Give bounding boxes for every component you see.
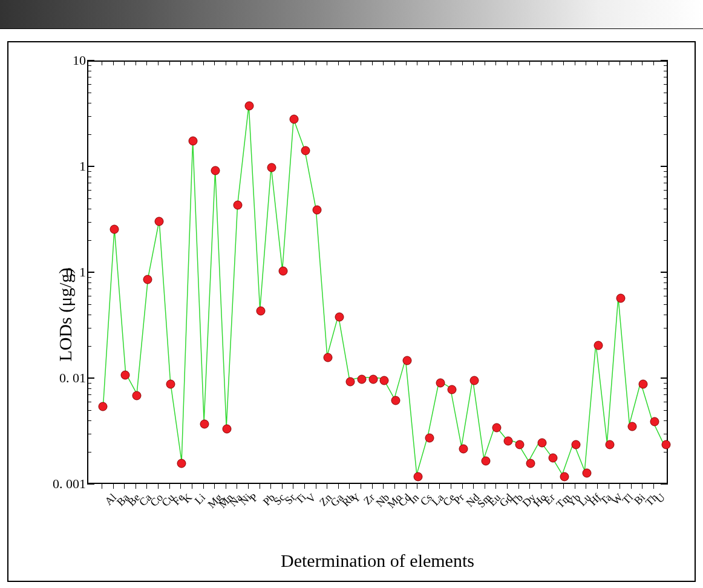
data-point — [256, 307, 265, 316]
y-tick — [87, 483, 94, 485]
x-tick — [214, 484, 215, 489]
data-point — [324, 353, 333, 362]
data-point — [537, 439, 546, 448]
x-tick — [394, 484, 395, 489]
data-point — [312, 205, 321, 214]
x-tick — [642, 484, 643, 489]
data-point — [99, 402, 108, 411]
data-point — [358, 375, 367, 384]
x-tick — [485, 484, 485, 489]
y-tick-label: 0. 01 — [59, 370, 86, 386]
data-point — [571, 440, 580, 449]
x-tick — [316, 484, 316, 489]
x-tick — [552, 484, 552, 489]
x-tick — [282, 484, 283, 489]
data-point — [121, 370, 130, 379]
data-point — [278, 267, 287, 276]
data-point — [414, 472, 423, 482]
x-tick — [586, 484, 586, 489]
data-point — [211, 166, 220, 175]
x-tick — [631, 484, 632, 489]
line-path — [88, 62, 667, 483]
x-tick — [158, 484, 159, 489]
x-tick — [439, 484, 440, 489]
x-tick — [383, 484, 384, 489]
data-point — [301, 146, 310, 155]
x-tick — [192, 484, 192, 489]
x-tick — [270, 484, 271, 489]
x-tick — [620, 484, 620, 489]
data-point — [593, 341, 603, 350]
x-tick — [260, 484, 260, 489]
x-axis-label: Determination of elements — [87, 550, 668, 571]
x-tick — [653, 484, 654, 489]
x-tick — [136, 484, 136, 489]
data-point — [402, 356, 411, 365]
data-point — [234, 201, 243, 210]
x-tick — [124, 484, 125, 489]
data-point — [526, 459, 535, 468]
x-tick — [113, 484, 114, 489]
data-point — [549, 454, 558, 463]
x-tick — [349, 484, 350, 489]
data-point — [425, 433, 434, 442]
data-point — [661, 440, 670, 449]
data-point — [492, 423, 502, 432]
y-tick — [661, 483, 668, 485]
data-point — [346, 377, 355, 386]
x-tick — [575, 484, 575, 489]
x-tick — [473, 484, 474, 489]
x-tick — [462, 484, 463, 489]
x-tick — [237, 484, 237, 489]
data-point — [481, 456, 490, 465]
data-point — [583, 469, 592, 478]
data-point — [436, 378, 445, 387]
x-tick — [102, 484, 102, 489]
data-point — [605, 440, 614, 449]
chart-area: LODs (μg/g) Determination of elements 0.… — [15, 54, 680, 575]
data-point — [244, 101, 253, 110]
y-tick-label: 0. 1 — [66, 264, 86, 280]
data-point — [166, 380, 175, 389]
data-point — [627, 422, 636, 431]
x-tick — [146, 484, 147, 489]
x-tick — [529, 484, 530, 489]
y-tick — [661, 60, 668, 61]
x-tick — [428, 484, 429, 489]
x-tick-label: V — [304, 491, 319, 506]
x-tick — [180, 484, 181, 489]
data-point — [200, 419, 209, 428]
data-point — [560, 472, 569, 482]
plot-box — [87, 60, 668, 484]
data-point — [368, 375, 378, 384]
x-tick — [563, 484, 564, 489]
y-tick-label: 10 — [73, 53, 86, 68]
chart-frame: LODs (μg/g) Determination of elements 0.… — [7, 41, 696, 582]
data-point — [380, 376, 389, 385]
data-point — [459, 445, 468, 454]
x-tick — [372, 484, 373, 489]
x-tick — [597, 484, 598, 489]
y-axis-label: LODs (μg/g) — [55, 267, 76, 361]
data-point — [515, 440, 524, 449]
x-tick — [451, 484, 451, 489]
data-point — [155, 217, 164, 226]
y-tick-label: 1 — [79, 158, 86, 174]
x-tick — [293, 484, 293, 489]
data-point — [335, 312, 344, 321]
data-point — [188, 137, 197, 146]
x-tick — [417, 484, 417, 489]
data-point — [650, 417, 659, 426]
data-point — [132, 391, 141, 400]
x-tick — [338, 484, 339, 489]
x-tick — [495, 484, 496, 489]
x-tick — [609, 484, 609, 489]
y-tick — [87, 60, 94, 61]
x-tick — [304, 484, 305, 489]
x-tick — [541, 484, 541, 489]
data-point — [391, 396, 400, 405]
x-tick — [226, 484, 226, 489]
x-tick — [361, 484, 361, 489]
data-point — [177, 459, 186, 468]
x-tick — [327, 484, 327, 489]
